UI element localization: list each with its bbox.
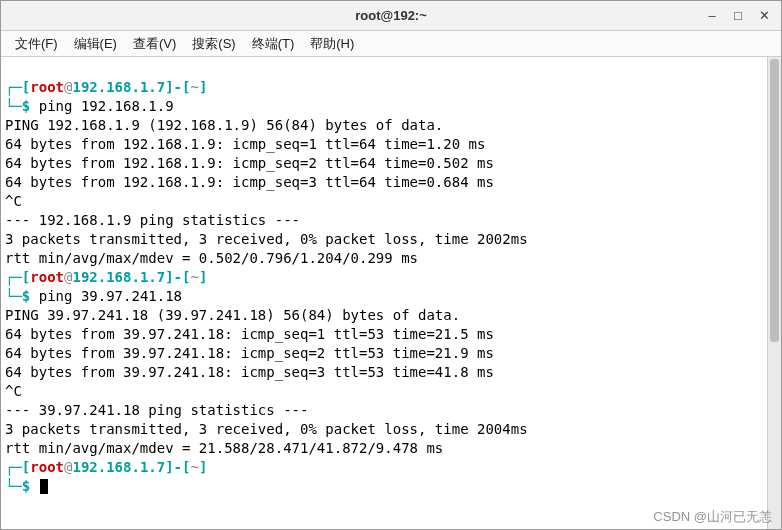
prompt-dollar: $ [22, 98, 30, 114]
prompt-sep: -[ [174, 79, 191, 95]
window-title: root@192:~ [355, 8, 427, 23]
menubar: 文件(F) 编辑(E) 查看(V) 搜索(S) 终端(T) 帮助(H) [1, 31, 781, 57]
ping2-line1: 64 bytes from 39.97.241.18: icmp_seq=1 t… [5, 326, 494, 342]
prompt-line2: └─ [5, 288, 22, 304]
ping2-line3: 64 bytes from 39.97.241.18: icmp_seq=3 t… [5, 364, 494, 380]
prompt-close2: ] [199, 459, 207, 475]
prompt-sep: -[ [174, 459, 191, 475]
prompt-close2: ] [199, 269, 207, 285]
ping1-stats1: 3 packets transmitted, 3 received, 0% pa… [5, 231, 528, 247]
maximize-button[interactable]: □ [725, 5, 751, 27]
scrollbar-thumb[interactable] [770, 59, 779, 342]
ping2-stats1: 3 packets transmitted, 3 received, 0% pa… [5, 421, 528, 437]
ping1-break: ^C [5, 193, 22, 209]
ping2-stats2: rtt min/avg/max/mdev = 21.588/28.471/41.… [5, 440, 443, 456]
ping1-line2: 64 bytes from 192.168.1.9: icmp_seq=2 tt… [5, 155, 494, 171]
ping1-header: PING 192.168.1.9 (192.168.1.9) 56(84) by… [5, 117, 443, 133]
cursor [40, 479, 48, 494]
prompt-host: 192.168.1.7 [72, 459, 165, 475]
window-controls: – □ ✕ [699, 5, 777, 27]
terminal-window: root@192:~ – □ ✕ 文件(F) 编辑(E) 查看(V) 搜索(S)… [0, 0, 782, 530]
menu-terminal[interactable]: 终端(T) [244, 32, 303, 56]
ping2-line2: 64 bytes from 39.97.241.18: icmp_seq=2 t… [5, 345, 494, 361]
ping2-stats-hdr: --- 39.97.241.18 ping statistics --- [5, 402, 308, 418]
ping1-line3: 64 bytes from 192.168.1.9: icmp_seq=3 tt… [5, 174, 494, 190]
prompt-close: ] [165, 79, 173, 95]
scrollbar[interactable] [767, 57, 781, 529]
prompt-bracket: ┌─[ [5, 79, 30, 95]
menu-help[interactable]: 帮助(H) [302, 32, 362, 56]
ping1-stats-hdr: --- 192.168.1.9 ping statistics --- [5, 212, 300, 228]
ping2-break: ^C [5, 383, 22, 399]
terminal-body: ┌─[root@192.168.1.7]-[~] └─$ ping 192.16… [1, 57, 781, 529]
menu-edit[interactable]: 编辑(E) [66, 32, 125, 56]
terminal-output[interactable]: ┌─[root@192.168.1.7]-[~] └─$ ping 192.16… [1, 57, 767, 529]
prompt-bracket: ┌─[ [5, 459, 30, 475]
menu-search[interactable]: 搜索(S) [184, 32, 243, 56]
close-button[interactable]: ✕ [751, 5, 777, 27]
minimize-button[interactable]: – [699, 5, 725, 27]
prompt-user: root [30, 269, 64, 285]
prompt-close2: ] [199, 79, 207, 95]
prompt-host: 192.168.1.7 [72, 79, 165, 95]
ping1-line1: 64 bytes from 192.168.1.9: icmp_seq=1 tt… [5, 136, 485, 152]
prompt-dollar: $ [22, 288, 30, 304]
watermark: CSDN @山河已无恙 [653, 508, 772, 526]
ping2-header: PING 39.97.241.18 (39.97.241.18) 56(84) … [5, 307, 460, 323]
prompt-close: ] [165, 459, 173, 475]
menu-view[interactable]: 查看(V) [125, 32, 184, 56]
prompt-user: root [30, 459, 64, 475]
prompt-tilde: ~ [190, 459, 198, 475]
command-1: ping 192.168.1.9 [39, 98, 174, 114]
menu-file[interactable]: 文件(F) [7, 32, 66, 56]
prompt-tilde: ~ [190, 269, 198, 285]
prompt-line2: └─ [5, 478, 22, 494]
prompt-user: root [30, 79, 64, 95]
prompt-host: 192.168.1.7 [72, 269, 165, 285]
prompt-line2: └─ [5, 98, 22, 114]
command-2: ping 39.97.241.18 [39, 288, 182, 304]
prompt-dollar: $ [22, 478, 30, 494]
ping1-stats2: rtt min/avg/max/mdev = 0.502/0.796/1.204… [5, 250, 418, 266]
titlebar: root@192:~ – □ ✕ [1, 1, 781, 31]
prompt-close: ] [165, 269, 173, 285]
prompt-tilde: ~ [190, 79, 198, 95]
prompt-bracket: ┌─[ [5, 269, 30, 285]
prompt-sep: -[ [174, 269, 191, 285]
